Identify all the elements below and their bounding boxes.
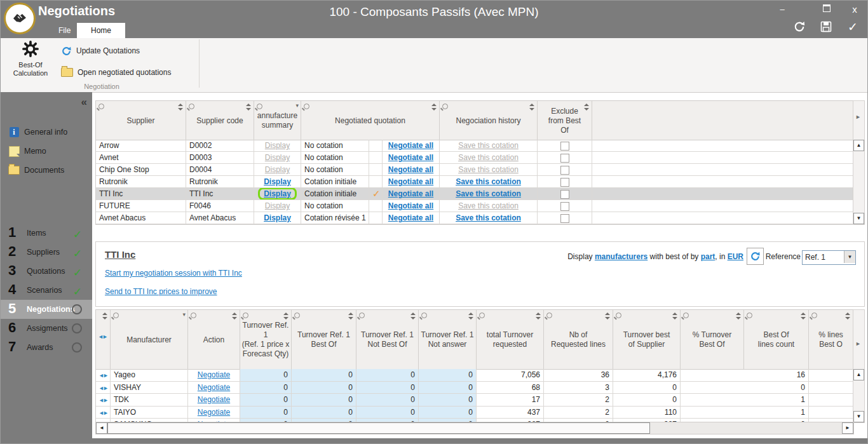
scroll-columns-right-icon[interactable]: ► xyxy=(855,114,861,120)
navigate-row-icon[interactable]: ◄► xyxy=(98,385,107,391)
column-sort-icon[interactable] xyxy=(232,313,237,320)
column-header-filler[interactable] xyxy=(592,101,853,140)
column-sort-icon[interactable] xyxy=(672,313,677,320)
part-link[interactable]: part xyxy=(701,252,715,261)
scroll-up-button[interactable]: ▲ xyxy=(853,369,864,380)
display-link[interactable]: Display xyxy=(264,213,291,222)
sidebar-step-negotiations[interactable]: 5Negotiations xyxy=(0,300,92,319)
column-header-turnover-ref1[interactable]: Turnover Ref.1(Ref. 1 price xForecast Qt… xyxy=(240,310,292,369)
scroll-down-button[interactable]: ▼ xyxy=(853,213,864,224)
navigate-columns-icon[interactable]: ◄► xyxy=(98,333,107,340)
column-search-icon[interactable] xyxy=(747,313,752,318)
refresh-manufacturers-button[interactable] xyxy=(747,248,764,265)
column-search-icon[interactable] xyxy=(294,313,300,318)
sidebar-item-general-info[interactable]: iGeneral info xyxy=(0,124,92,140)
column-sort-icon[interactable] xyxy=(410,313,416,320)
navigate-row-icon[interactable]: ◄► xyxy=(98,410,107,416)
column-header-exclude-from-best-of[interactable]: Excludefrom BestOf xyxy=(538,101,592,140)
sidebar-item-documents[interactable]: Documents xyxy=(0,162,92,178)
display-link[interactable]: Display xyxy=(265,165,290,174)
column-header-supplier-code[interactable]: Supplier code xyxy=(186,101,254,140)
sidebar-step-quotations[interactable]: 3Quotations✓ xyxy=(0,262,92,281)
column-header-negociation-history[interactable]: Negociation history xyxy=(440,101,538,140)
validate-button[interactable]: ✓ xyxy=(845,19,860,34)
column-sort-icon[interactable] xyxy=(529,104,534,111)
negotiate-link[interactable]: Negotiate xyxy=(198,370,230,379)
column-search-icon[interactable] xyxy=(811,313,817,318)
column-sort-icon[interactable] xyxy=(845,313,850,320)
column-search-icon[interactable] xyxy=(304,104,309,109)
exclude-checkbox[interactable] xyxy=(560,142,569,151)
maximize-button[interactable] xyxy=(820,4,834,15)
column-sort-icon[interactable] xyxy=(102,313,107,320)
manufacturers-vertical-scrollbar[interactable]: ► ▲ ▼ xyxy=(853,309,865,423)
supplier-row-future[interactable]: FUTUREF0046DisplayNo cotationNegotiate a… xyxy=(96,200,853,212)
column-sort-icon[interactable] xyxy=(178,104,183,111)
currency-link[interactable]: EUR xyxy=(728,252,743,261)
minimize-button[interactable]: – xyxy=(775,4,789,15)
sidebar-step-items[interactable]: 1Items✓ xyxy=(0,224,92,243)
display-link[interactable]: Display xyxy=(265,201,290,210)
best-of-calculation-button[interactable]: Best-Of Calculation xyxy=(5,40,56,86)
column-search-icon[interactable] xyxy=(257,104,262,109)
column-search-icon[interactable] xyxy=(113,313,119,318)
column-header-manufacturer-summary[interactable]: ▾annufacturesummary xyxy=(254,101,301,140)
column-sort-icon[interactable] xyxy=(348,313,353,320)
manufacturers-horizontal-scrollbar[interactable]: ◄ ► xyxy=(95,422,854,434)
send-prices-to-improve-link[interactable]: Send to TTI Inc prices to improve xyxy=(105,287,217,296)
negotiate-all-link[interactable]: Negotiate all xyxy=(388,213,433,222)
reference-select[interactable]: Ref. 1 ▼ xyxy=(802,250,856,265)
save-this-cotation-link[interactable]: Save this cotation xyxy=(458,201,519,210)
column-header-turnover-best-of[interactable]: Turnover Ref. 1Best Of xyxy=(292,310,356,369)
sidebar-item-memo[interactable]: Memo xyxy=(0,143,92,159)
column-filter-icon[interactable]: ▾ xyxy=(295,102,299,109)
open-negotiated-quotations-button[interactable]: Open negotiated quotations xyxy=(61,66,171,79)
column-header-best-of-lines-count[interactable]: Best Oflines count xyxy=(744,310,809,369)
negotiate-all-link[interactable]: Negotiate all xyxy=(388,201,433,210)
suppliers-vertical-scrollbar[interactable]: ► ▲ ▼ xyxy=(853,100,865,225)
column-sort-icon[interactable] xyxy=(468,313,473,320)
column-sort-icon[interactable] xyxy=(431,104,437,111)
sidebar-step-awards[interactable]: 7Awards xyxy=(0,338,92,357)
column-search-icon[interactable] xyxy=(189,104,194,109)
supplier-row-tti-inc[interactable]: TTI IncTTI IncDisplayCotation initiale✓N… xyxy=(96,188,853,200)
sidebar-step-assigments[interactable]: 6Assigments xyxy=(0,319,92,338)
tab-home[interactable]: Home xyxy=(77,23,125,38)
column-search-icon[interactable] xyxy=(421,313,427,318)
sidebar-collapse-icon[interactable]: « xyxy=(81,96,87,109)
column-header-pct-lines-best-of[interactable]: % linesBest O xyxy=(809,310,853,369)
scroll-up-button[interactable]: ▲ xyxy=(853,140,864,151)
exclude-checkbox[interactable] xyxy=(560,190,569,199)
column-header-turnover-best-supplier[interactable]: Turnover bestof Supplier xyxy=(613,310,681,369)
supplier-row-rutronik[interactable]: RutronikRutronikDisplayCotation initiale… xyxy=(96,176,853,188)
exclude-checkbox[interactable] xyxy=(560,166,569,175)
navigate-row-icon[interactable]: ◄► xyxy=(98,397,107,403)
column-header-nav[interactable]: ◄► xyxy=(96,310,111,369)
exclude-checkbox[interactable] xyxy=(560,154,569,163)
column-header-total-turnover-requested[interactable]: total Turnoverrequested xyxy=(477,310,544,369)
exclude-checkbox[interactable] xyxy=(560,178,569,187)
negotiate-all-link[interactable]: Negotiate all xyxy=(388,165,433,174)
chevron-down-icon[interactable]: ▼ xyxy=(844,251,855,263)
column-search-icon[interactable] xyxy=(243,313,248,318)
column-search-icon[interactable] xyxy=(359,313,365,318)
scroll-columns-right-icon[interactable]: ► xyxy=(855,340,861,347)
column-header-manufacturer[interactable]: ▾Manufacturer xyxy=(111,310,188,369)
negotiate-all-link[interactable]: Negotiate all xyxy=(388,153,433,162)
save-this-cotation-link[interactable]: Save this cotation xyxy=(456,213,521,222)
save-this-cotation-link[interactable]: Save this cotation xyxy=(456,189,521,198)
column-sort-icon[interactable] xyxy=(536,313,541,320)
column-header-supplier[interactable]: Supplier xyxy=(96,101,186,140)
column-search-icon[interactable] xyxy=(98,104,104,109)
column-sort-icon[interactable] xyxy=(283,313,288,320)
start-negotiation-session-link[interactable]: Start my negotiation session with TTI In… xyxy=(105,269,242,278)
column-search-icon[interactable] xyxy=(546,313,552,318)
exclude-checkbox[interactable] xyxy=(560,214,569,223)
negotiate-all-link[interactable]: Negotiate all xyxy=(388,141,433,150)
display-link[interactable]: Display xyxy=(264,177,291,186)
column-header-negotiated-quotation[interactable]: Negotiated quotation xyxy=(301,101,440,140)
column-filter-icon[interactable]: ▾ xyxy=(182,311,186,318)
exclude-checkbox[interactable] xyxy=(560,202,569,211)
save-this-cotation-link[interactable]: Save this cotation xyxy=(456,177,521,186)
column-search-icon[interactable] xyxy=(616,313,621,318)
